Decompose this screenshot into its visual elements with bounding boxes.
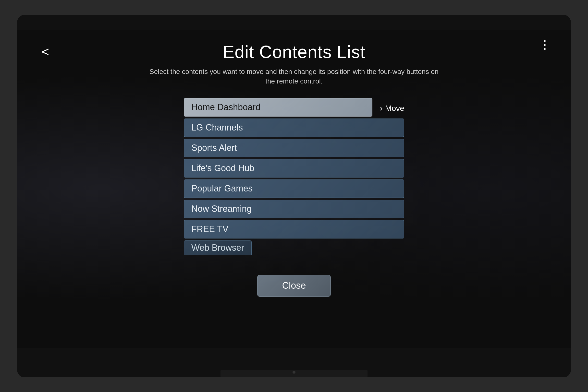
list-item-label: LG Channels [191, 122, 243, 133]
content-area: Edit Contents List Select the contents y… [17, 30, 571, 297]
list-item-label: Home Dashboard [191, 102, 260, 112]
list-item-label: FREE TV [191, 224, 228, 234]
list-item-sports-alert[interactable]: Sports Alert [184, 139, 404, 157]
tv-stand [17, 348, 571, 377]
list-row-home-dashboard: Home Dashboard › Move [184, 98, 404, 118]
close-button-label: Close [282, 280, 306, 291]
list-row-now-streaming: Now Streaming [184, 200, 404, 220]
list-row-sports-alert: Sports Alert [184, 139, 404, 159]
list-row-lg-channels: LG Channels [184, 118, 404, 139]
list-item-lg-channels[interactable]: LG Channels [184, 118, 404, 137]
list-item-label: Popular Games [191, 184, 253, 194]
contents-list: Home Dashboard › Move LG Channels [184, 98, 404, 255]
page-title: Edit Contents List [223, 42, 365, 62]
list-item-label: Web Browser [191, 243, 244, 253]
list-row-popular-games: Popular Games [184, 180, 404, 200]
list-row-lifes-good-hub: Life's Good Hub [184, 159, 404, 180]
list-item-label: Sports Alert [191, 143, 237, 153]
chevron-right-icon: › [380, 103, 383, 113]
back-button[interactable]: < [42, 44, 49, 59]
list-item-popular-games[interactable]: Popular Games [184, 180, 404, 198]
move-action: › Move [380, 103, 404, 113]
power-indicator [293, 371, 295, 374]
page-subtitle: Select the contents you want to move and… [147, 67, 441, 86]
move-label-text: Move [385, 104, 404, 113]
list-item-web-browser[interactable]: Web Browser [184, 240, 252, 255]
tv-frame: < ⋮ Edit Contents List Select the conten… [17, 15, 571, 377]
tv-screen: < ⋮ Edit Contents List Select the conten… [17, 30, 571, 348]
close-button[interactable]: Close [257, 275, 331, 297]
list-item-home-dashboard[interactable]: Home Dashboard [184, 98, 372, 116]
more-options-button[interactable]: ⋮ [539, 42, 551, 48]
list-item-lifes-good-hub[interactable]: Life's Good Hub [184, 159, 404, 178]
list-item-label: Now Streaming [191, 204, 252, 214]
list-item-free-tv[interactable]: FREE TV [184, 220, 404, 238]
list-item-now-streaming[interactable]: Now Streaming [184, 200, 404, 218]
list-item-label: Life's Good Hub [191, 163, 254, 173]
tv-bezel-top [17, 15, 571, 30]
list-row-web-browser: Web Browser [184, 240, 404, 255]
list-row-free-tv: FREE TV [184, 220, 404, 240]
